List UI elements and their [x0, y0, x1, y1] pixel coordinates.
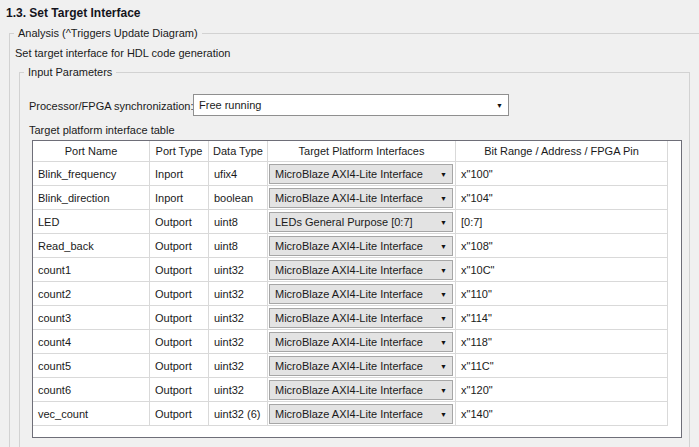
interface-dropdown[interactable]: MicroBlaze AXI4-Lite Interface ▼ — [269, 380, 453, 400]
interface-cell: LEDs General Purpose [0:7] ▼ — [268, 210, 456, 234]
port-name-text: count5 — [38, 360, 71, 372]
interface-dropdown[interactable]: MicroBlaze AXI4-Lite Interface ▼ — [269, 332, 453, 352]
table-row: LED Outport uint8 LEDs General Purpose [… — [33, 210, 669, 234]
data-type-cell: uint8 — [209, 210, 268, 234]
dropdown-arrow-icon: ▼ — [436, 387, 447, 394]
dropdown-arrow-icon: ▼ — [436, 171, 447, 178]
interface-dropdown-value: MicroBlaze AXI4-Lite Interface — [275, 240, 423, 252]
port-name-cell: vec_count — [33, 402, 150, 426]
bit-range-cell[interactable]: x"118" — [456, 330, 668, 354]
port-type-cell: Outport — [150, 234, 209, 258]
port-type-cell: Outport — [150, 330, 209, 354]
port-type-cell: Inport — [150, 186, 209, 210]
bit-range-text: x"140" — [461, 408, 493, 420]
data-type-text: uint8 — [214, 216, 238, 228]
sync-dropdown-label: Processor/FPGA synchronization: — [29, 100, 193, 112]
port-name-cell: Read_back — [33, 234, 150, 258]
port-name-cell: count5 — [33, 354, 150, 378]
data-type-text: boolean — [214, 192, 253, 204]
bit-range-text: x"100" — [461, 168, 493, 180]
table-header-row: Port Name Port Type Data Type Target Pla… — [33, 141, 669, 162]
column-header-target-platform-interfaces: Target Platform Interfaces — [268, 141, 456, 162]
port-name-cell: count6 — [33, 378, 150, 402]
port-type-text: Outport — [155, 288, 192, 300]
dropdown-arrow-icon: ▼ — [436, 315, 447, 322]
bit-range-cell[interactable]: x"140" — [456, 402, 668, 426]
port-name-cell: count4 — [33, 330, 150, 354]
interface-dropdown[interactable]: MicroBlaze AXI4-Lite Interface ▼ — [269, 188, 453, 208]
data-type-cell: boolean — [209, 186, 268, 210]
interface-dropdown-value: MicroBlaze AXI4-Lite Interface — [275, 264, 423, 276]
port-name-text: count4 — [38, 336, 71, 348]
dropdown-arrow-icon: ▼ — [436, 243, 447, 250]
port-name-text: count3 — [38, 312, 71, 324]
interface-dropdown-value: MicroBlaze AXI4-Lite Interface — [275, 384, 423, 396]
data-type-text: uint32 — [214, 360, 244, 372]
bit-range-cell[interactable]: x"11C" — [456, 354, 668, 378]
data-type-cell: uint32 — [209, 330, 268, 354]
table-row: count4 Outport uint32 MicroBlaze AXI4-Li… — [33, 330, 669, 354]
table-row: count5 Outport uint32 MicroBlaze AXI4-Li… — [33, 354, 669, 378]
target-platform-interface-table: Port Name Port Type Data Type Target Pla… — [32, 140, 682, 438]
bit-range-cell[interactable]: [0:7] — [456, 210, 668, 234]
table-row: count1 Outport uint32 MicroBlaze AXI4-Li… — [33, 258, 669, 282]
bit-range-text: x"10C" — [461, 264, 495, 276]
port-name-text: count2 — [38, 288, 71, 300]
interface-dropdown[interactable]: MicroBlaze AXI4-Lite Interface ▼ — [269, 260, 453, 280]
dropdown-arrow-icon: ▼ — [436, 291, 447, 298]
interface-dropdown-value: LEDs General Purpose [0:7] — [275, 216, 413, 228]
interface-table-label: Target platform interface table — [29, 124, 175, 136]
port-type-text: Outport — [155, 264, 192, 276]
bit-range-cell[interactable]: x"120" — [456, 378, 668, 402]
port-type-cell: Outport — [150, 354, 209, 378]
bit-range-cell[interactable]: x"110" — [456, 282, 668, 306]
bit-range-cell[interactable]: x"108" — [456, 234, 668, 258]
interface-dropdown[interactable]: MicroBlaze AXI4-Lite Interface ▼ — [269, 236, 453, 256]
column-header-data-type: Data Type — [209, 141, 268, 162]
bit-range-text: x"108" — [461, 240, 493, 252]
column-header-bit-range: Bit Range / Address / FPGA Pin — [456, 141, 668, 162]
interface-dropdown[interactable]: MicroBlaze AXI4-Lite Interface ▼ — [269, 164, 453, 184]
port-name-text: Blink_frequency — [38, 168, 116, 180]
interface-cell: MicroBlaze AXI4-Lite Interface ▼ — [268, 186, 456, 210]
port-name-text: vec_count — [38, 408, 88, 420]
bit-range-text: x"110" — [461, 288, 492, 300]
bit-range-text: x"11C" — [461, 360, 494, 372]
port-name-cell: count3 — [33, 306, 150, 330]
interface-dropdown-value: MicroBlaze AXI4-Lite Interface — [275, 192, 423, 204]
port-type-cell: Outport — [150, 306, 209, 330]
port-name-text: LED — [38, 216, 59, 228]
bit-range-cell[interactable]: x"10C" — [456, 258, 668, 282]
interface-dropdown[interactable]: MicroBlaze AXI4-Lite Interface ▼ — [269, 308, 453, 328]
bit-range-cell[interactable]: x"100" — [456, 162, 668, 186]
bit-range-cell[interactable]: x"114" — [456, 306, 668, 330]
port-type-text: Outport — [155, 240, 192, 252]
bit-range-text: x"118" — [461, 336, 492, 348]
port-name-text: Blink_direction — [38, 192, 110, 204]
interface-dropdown[interactable]: MicroBlaze AXI4-Lite Interface ▼ — [269, 356, 453, 376]
port-type-text: Outport — [155, 216, 192, 228]
interface-dropdown[interactable]: MicroBlaze AXI4-Lite Interface ▼ — [269, 404, 453, 424]
data-type-cell: uint32 — [209, 354, 268, 378]
interface-cell: MicroBlaze AXI4-Lite Interface ▼ — [268, 378, 456, 402]
sync-dropdown[interactable]: Free running ▼ — [193, 94, 509, 116]
port-name-cell: count2 — [33, 282, 150, 306]
interface-cell: MicroBlaze AXI4-Lite Interface ▼ — [268, 402, 456, 426]
bit-range-text: [0:7] — [461, 216, 482, 228]
analysis-groupbox-label: Analysis (^Triggers Update Diagram) — [14, 26, 202, 40]
interface-cell: MicroBlaze AXI4-Lite Interface ▼ — [268, 258, 456, 282]
data-type-cell: uint32 — [209, 282, 268, 306]
interface-dropdown[interactable]: MicroBlaze AXI4-Lite Interface ▼ — [269, 284, 453, 304]
bit-range-text: x"120" — [461, 384, 493, 396]
interface-cell: MicroBlaze AXI4-Lite Interface ▼ — [268, 354, 456, 378]
port-name-cell: LED — [33, 210, 150, 234]
data-type-cell: uint8 — [209, 234, 268, 258]
port-type-text: Outport — [155, 408, 192, 420]
table-row: Blink_frequency Inport ufix4 MicroBlaze … — [33, 162, 669, 186]
bit-range-cell[interactable]: x"104" — [456, 186, 668, 210]
interface-dropdown[interactable]: LEDs General Purpose [0:7] ▼ — [269, 212, 453, 232]
port-name-text: count1 — [38, 264, 71, 276]
port-name-text: Read_back — [38, 240, 94, 252]
data-type-cell: ufix4 — [209, 162, 268, 186]
data-type-text: uint32 — [214, 336, 244, 348]
